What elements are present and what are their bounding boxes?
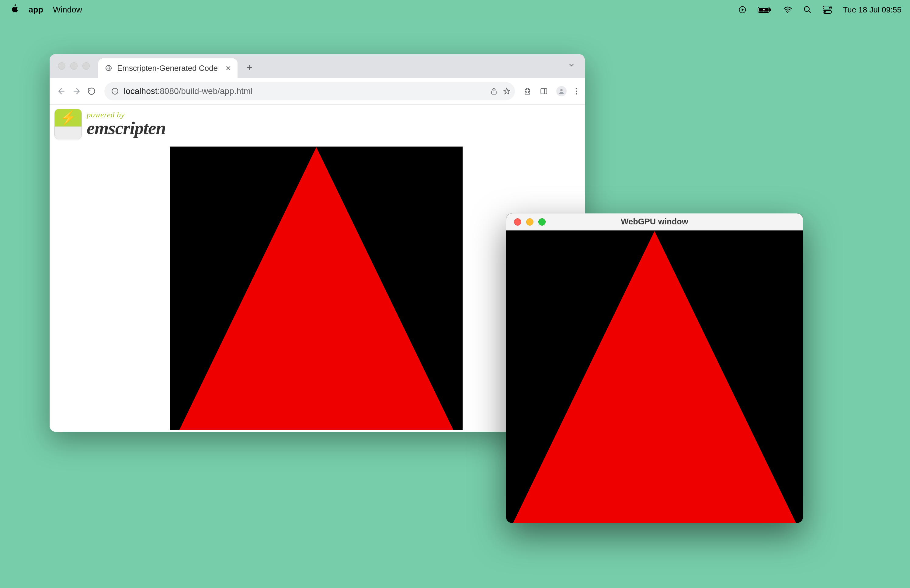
traffic-light-close[interactable] — [58, 62, 65, 69]
apple-logo-icon[interactable] — [10, 3, 19, 16]
share-icon[interactable] — [490, 87, 498, 95]
macos-menubar: app Window Tue 18 Jul 09:55 — [0, 0, 910, 19]
screen-record-icon[interactable] — [738, 5, 747, 14]
native-titlebar[interactable]: WebGPU window — [506, 213, 803, 231]
native-minimize-button[interactable] — [526, 218, 533, 226]
red-triangle — [175, 147, 458, 430]
page-content: ⚡ powered by emscripten — [50, 105, 585, 432]
svg-point-11 — [824, 11, 826, 13]
emscripten-name: emscripten — [87, 119, 166, 137]
toolbar-right — [524, 86, 577, 96]
back-icon[interactable] — [57, 87, 66, 96]
menubar-app-name[interactable]: app — [29, 5, 43, 15]
menubar-left: app Window — [10, 3, 82, 16]
svg-point-21 — [576, 88, 577, 89]
svg-point-6 — [805, 7, 809, 11]
tab-title: Emscripten-Generated Code — [117, 63, 218, 73]
svg-point-9 — [829, 7, 831, 8]
web-canvas[interactable] — [170, 147, 462, 430]
native-canvas[interactable] — [506, 231, 803, 523]
browser-toolbar: localhost:8080/build-web/app.html — [50, 78, 585, 105]
tab-search-icon[interactable] — [568, 61, 575, 69]
url-bar[interactable]: localhost:8080/build-web/app.html — [104, 82, 515, 100]
forward-icon[interactable] — [72, 87, 81, 96]
svg-point-23 — [576, 93, 577, 94]
reload-icon[interactable] — [87, 87, 96, 95]
svg-marker-1 — [742, 8, 744, 11]
red-triangle — [513, 231, 796, 523]
browser-tab[interactable]: Emscripten-Generated Code × — [98, 58, 238, 78]
spotlight-icon[interactable] — [803, 5, 812, 14]
svg-rect-18 — [541, 89, 547, 94]
extensions-icon[interactable] — [524, 87, 531, 95]
url-path: :8080/build-web/app.html — [158, 86, 253, 96]
window-traffic-lights — [58, 62, 90, 69]
emscripten-text: powered by emscripten — [87, 111, 166, 137]
native-window-title: WebGPU window — [506, 217, 803, 226]
emscripten-badge: ⚡ powered by emscripten — [55, 109, 580, 139]
new-tab-button[interactable]: + — [242, 60, 257, 75]
menubar-clock[interactable]: Tue 18 Jul 09:55 — [843, 5, 902, 15]
emscripten-logo-icon: ⚡ — [55, 109, 82, 139]
wifi-icon[interactable] — [783, 6, 792, 13]
svg-point-5 — [787, 12, 788, 13]
site-info-icon[interactable] — [111, 87, 119, 95]
traffic-light-zoom[interactable] — [82, 62, 90, 69]
svg-line-7 — [809, 11, 811, 13]
svg-rect-3 — [770, 8, 771, 11]
side-panel-icon[interactable] — [540, 87, 548, 95]
svg-marker-17 — [504, 88, 510, 94]
control-center-icon[interactable] — [823, 6, 832, 14]
menubar-right: Tue 18 Jul 09:55 — [738, 5, 902, 15]
url-text: localhost:8080/build-web/app.html — [124, 86, 252, 96]
native-traffic-lights — [514, 218, 546, 226]
svg-point-22 — [576, 90, 577, 92]
bookmark-icon[interactable] — [503, 87, 511, 95]
svg-point-20 — [560, 89, 562, 91]
menubar-item-window[interactable]: Window — [53, 5, 82, 15]
native-window: WebGPU window — [506, 213, 803, 523]
tab-strip: Emscripten-Generated Code × + — [50, 54, 585, 78]
profile-icon[interactable] — [556, 86, 567, 96]
kebab-menu-icon[interactable] — [575, 87, 577, 95]
traffic-light-minimize[interactable] — [70, 62, 78, 69]
battery-icon[interactable] — [758, 6, 772, 13]
url-host: localhost — [124, 86, 158, 96]
globe-icon — [105, 65, 112, 72]
chrome-window: Emscripten-Generated Code × + localhost:… — [50, 54, 585, 432]
svg-point-15 — [115, 89, 115, 90]
native-zoom-button[interactable] — [538, 218, 546, 226]
native-close-button[interactable] — [514, 218, 521, 226]
close-tab-icon[interactable]: × — [226, 63, 231, 73]
